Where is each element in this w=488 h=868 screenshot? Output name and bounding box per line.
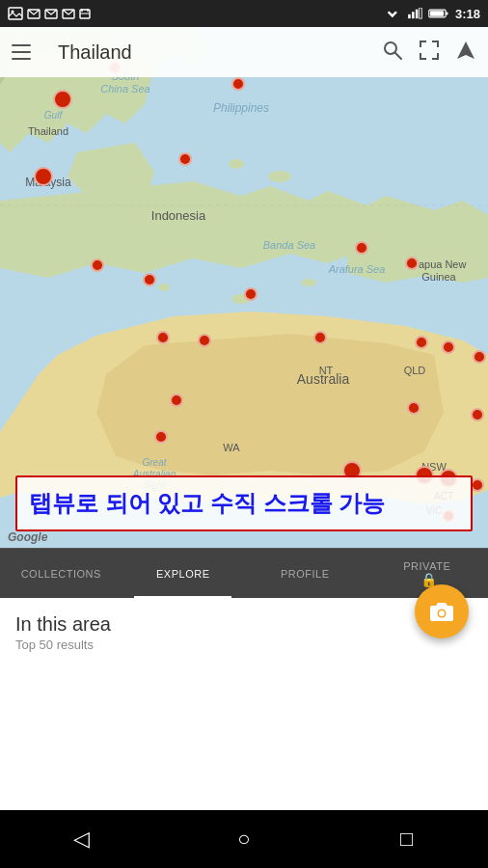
map-pin[interactable] bbox=[313, 331, 327, 344]
fullscreen-icon[interactable] bbox=[419, 40, 440, 66]
tab-profile-label: PROFILE bbox=[281, 568, 330, 580]
map-pin[interactable] bbox=[355, 241, 368, 255]
in-this-area-title: In this area bbox=[15, 613, 473, 636]
svg-text:Gulf: Gulf bbox=[44, 110, 64, 121]
tab-explore-label: EXPLORE bbox=[156, 568, 209, 580]
svg-text:NT: NT bbox=[319, 365, 334, 376]
svg-point-23 bbox=[301, 279, 316, 286]
tab-private-label: PRIVATE bbox=[403, 560, 450, 572]
map-pin[interactable] bbox=[143, 273, 156, 286]
status-icons-right: 3:18 bbox=[386, 7, 480, 21]
nav-bar: ◁ ○ □ bbox=[0, 810, 488, 868]
recent-icon: □ bbox=[400, 827, 413, 852]
mail3-icon bbox=[62, 8, 75, 19]
back-button[interactable]: ◁ bbox=[52, 810, 110, 868]
svg-marker-48 bbox=[457, 41, 474, 59]
map-pin[interactable] bbox=[34, 167, 53, 186]
svg-rect-0 bbox=[9, 8, 22, 19]
svg-rect-14 bbox=[420, 8, 422, 18]
wifi-icon bbox=[386, 8, 401, 19]
mail-icon bbox=[27, 8, 41, 19]
battery-icon bbox=[428, 8, 449, 19]
svg-point-20 bbox=[268, 171, 291, 182]
tab-collections-label: COLLECTIONS bbox=[21, 568, 101, 580]
svg-point-21 bbox=[158, 284, 170, 291]
svg-text:Arafura Sea: Arafura Sea bbox=[328, 263, 386, 275]
svg-rect-17 bbox=[430, 11, 444, 16]
svg-rect-13 bbox=[416, 10, 419, 18]
map-action-icons bbox=[382, 40, 476, 66]
bottom-content: In this area Top 50 results bbox=[0, 598, 488, 814]
svg-text:Banda Sea: Banda Sea bbox=[263, 239, 315, 251]
mail2-icon bbox=[44, 8, 58, 19]
map-header: Thailand bbox=[0, 27, 488, 77]
map-pin[interactable] bbox=[442, 340, 455, 354]
status-icons-left bbox=[8, 7, 91, 20]
svg-rect-16 bbox=[446, 12, 447, 14]
hamburger-line bbox=[12, 58, 31, 60]
svg-text:WA: WA bbox=[223, 442, 240, 453]
hamburger-line bbox=[12, 51, 31, 53]
image-icon bbox=[8, 7, 23, 20]
svg-text:Guinea: Guinea bbox=[421, 271, 456, 283]
tab-explore[interactable]: EXPLORE bbox=[122, 549, 245, 598]
home-icon: ○ bbox=[237, 827, 250, 852]
map-pin[interactable] bbox=[244, 287, 258, 301]
map-pin[interactable] bbox=[198, 334, 211, 347]
svg-rect-12 bbox=[412, 12, 415, 18]
map-pin[interactable] bbox=[156, 331, 170, 344]
svg-rect-11 bbox=[408, 14, 411, 18]
hamburger-menu-button[interactable] bbox=[12, 35, 46, 69]
navigation-icon[interactable] bbox=[455, 40, 476, 66]
map-pin[interactable] bbox=[154, 430, 168, 444]
map-pin[interactable] bbox=[91, 258, 104, 272]
korean-text: 탭뷰로 되어 있고 수직 스크롤 가능 bbox=[29, 490, 385, 516]
map-pin[interactable] bbox=[405, 257, 419, 270]
map-pin[interactable] bbox=[53, 90, 72, 109]
status-bar: 3:18 bbox=[0, 0, 488, 27]
map-pin[interactable] bbox=[471, 408, 484, 421]
signal-icon bbox=[407, 8, 422, 19]
map-pin[interactable] bbox=[178, 152, 192, 166]
recent-button[interactable]: □ bbox=[378, 810, 436, 868]
search-icon[interactable] bbox=[382, 40, 403, 66]
svg-marker-9 bbox=[388, 11, 397, 17]
svg-text:Thailand: Thailand bbox=[28, 125, 68, 137]
camera-icon bbox=[428, 598, 455, 625]
map-svg: South China Sea Philippines Gulf Malaysi… bbox=[0, 27, 488, 548]
svg-text:China Sea: China Sea bbox=[100, 83, 149, 95]
map-pin[interactable] bbox=[415, 336, 428, 349]
in-this-area-subtitle: Top 50 results bbox=[15, 637, 473, 652]
svg-point-46 bbox=[385, 42, 396, 54]
svg-text:Indonesia: Indonesia bbox=[151, 208, 206, 223]
map-title: Thailand bbox=[46, 41, 382, 64]
tab-collections[interactable]: COLLECTIONS bbox=[0, 549, 122, 598]
map-pin[interactable] bbox=[407, 401, 420, 415]
google-brand: Google bbox=[8, 530, 47, 544]
status-time: 3:18 bbox=[455, 7, 480, 21]
fab-camera-button[interactable] bbox=[415, 584, 469, 638]
svg-text:Great: Great bbox=[142, 457, 167, 468]
tab-bar: COLLECTIONS EXPLORE PROFILE PRIVATE 🔒 bbox=[0, 548, 488, 598]
svg-text:Philippines: Philippines bbox=[213, 101, 269, 115]
tab-profile[interactable]: PROFILE bbox=[244, 549, 366, 598]
back-icon: ◁ bbox=[73, 827, 90, 852]
map-pin[interactable] bbox=[473, 350, 486, 364]
home-button[interactable]: ○ bbox=[215, 810, 273, 868]
calendar-icon bbox=[79, 8, 91, 19]
hamburger-line bbox=[12, 44, 31, 46]
svg-point-19 bbox=[229, 159, 244, 169]
map-container[interactable]: South China Sea Philippines Gulf Malaysi… bbox=[0, 27, 488, 548]
svg-text:Papua New: Papua New bbox=[412, 258, 467, 270]
svg-text:QLD: QLD bbox=[404, 365, 426, 376]
korean-overlay: 탭뷰로 되어 있고 수직 스크롤 가능 bbox=[15, 475, 473, 531]
map-pin[interactable] bbox=[471, 478, 484, 492]
map-pin[interactable] bbox=[231, 77, 245, 91]
map-pin[interactable] bbox=[170, 393, 183, 407]
svg-point-50 bbox=[439, 610, 445, 616]
svg-line-47 bbox=[395, 53, 401, 59]
